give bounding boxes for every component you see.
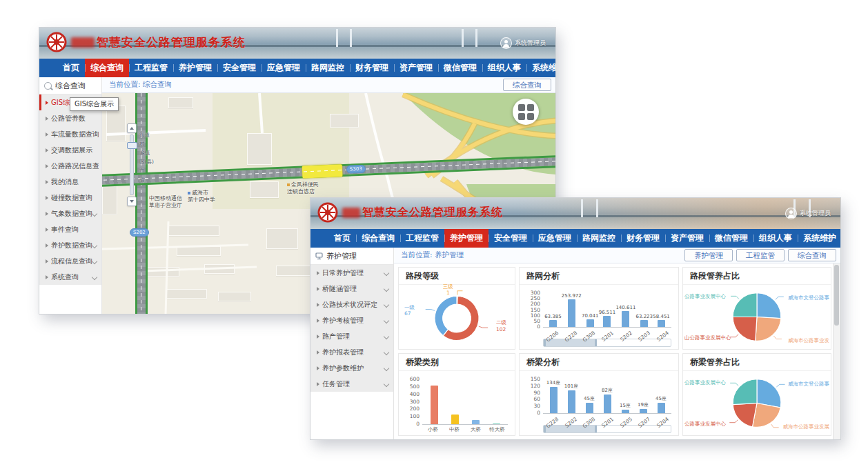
bar <box>549 320 557 327</box>
nav-item-工程监管[interactable]: 工程监管 <box>129 59 173 77</box>
sidebar-item-label: 公路路况信息查询 <box>51 161 99 171</box>
nav-item-应急管理[interactable]: 应急管理 <box>533 229 577 248</box>
bar <box>658 320 665 327</box>
plot-area: 0306090120150134座101座45座82座15座19座45座 <box>543 379 671 414</box>
pie-label-bottom-right: 威海市公路事业发 <box>788 337 829 343</box>
zoom-track[interactable] <box>130 134 134 195</box>
sidebar-item-养护参数维护[interactable]: 养护参数维护 <box>310 360 393 376</box>
y-tick-label: 120 <box>522 383 540 389</box>
pie-svg <box>399 285 515 349</box>
nav-item-养护管理[interactable]: 养护管理 <box>444 229 489 248</box>
y-tick-label: 50 <box>522 318 540 324</box>
user-name: 系统管理员 <box>515 39 546 48</box>
panel-road-grade: 路段等级 三级1二级102一级67 <box>398 267 515 350</box>
nav-item-应急管理[interactable]: 应急管理 <box>262 59 306 77</box>
sidebar-item-车流量数据查询[interactable]: 车流量数据查询 <box>39 126 101 142</box>
nav-item-首页[interactable]: 首页 <box>57 59 85 77</box>
x-tick-label: 大桥 <box>471 426 481 433</box>
dashboard: 路段等级 三级1二级102一级67 路网分析 05010015020025030… <box>394 263 840 439</box>
user-chip[interactable]: 系统管理员 <box>785 208 831 219</box>
panel-road-share: 路段管养占比 威海市文登公路事威海市公路事业发山公路事业发展中心公路事业发展中心 <box>682 267 831 350</box>
sidebar-item-事件查询[interactable]: 事件查询 <box>39 221 101 237</box>
item-arrow-icon <box>46 228 48 232</box>
y-tick-label: 500 <box>402 383 420 390</box>
user-chip[interactable]: 系统管理员 <box>500 37 546 49</box>
sidebar-item-养护数据查询[interactable]: 养护数据查询 <box>39 237 101 253</box>
sidebar-item-公路技术状况评定[interactable]: 公路技术状况评定 <box>310 297 393 312</box>
sidebar-item-公路管养数[interactable]: 公路管养数 <box>39 110 101 126</box>
nav-item-组织人事[interactable]: 组织人事 <box>753 229 798 248</box>
quick-button-工程监管[interactable]: 工程监管 <box>736 249 785 261</box>
zoom-level-label: 区(县) <box>139 159 154 166</box>
sidebar-item-公路路况信息查询[interactable]: 公路路况信息查询 <box>39 158 101 174</box>
zoom-level-label: 市 <box>139 168 145 174</box>
sidebar-item-我的消息[interactable]: 我的消息 <box>39 174 101 190</box>
sidebar-item-养护报表管理[interactable]: 养护报表管理 <box>310 344 393 360</box>
sidebar-item-气象数据查询[interactable]: 气象数据查询 <box>39 206 101 221</box>
nav-item-系统维护[interactable]: 系统维护 <box>798 229 840 248</box>
quick-button-养护管理[interactable]: 养护管理 <box>684 249 733 261</box>
zoom-in-button[interactable] <box>127 123 137 133</box>
brand: 智慧安全公路管理服务系统 <box>46 32 246 52</box>
sidebar-item-桥隧涵管理[interactable]: 桥隧涵管理 <box>310 281 393 297</box>
bar <box>658 403 665 413</box>
map-layers-button[interactable] <box>513 99 539 125</box>
content-scrollbar[interactable] <box>833 263 840 439</box>
chevron-down-icon <box>384 301 389 307</box>
sidebar-item-label: 公路技术状况评定 <box>322 300 384 310</box>
bar <box>640 320 648 327</box>
map-highway-vertical <box>135 93 148 314</box>
bar-value-label: 140.611 <box>615 305 635 310</box>
y-tick-label: 150 <box>522 376 540 382</box>
item-arrow-icon <box>317 366 319 370</box>
nav-item-微信管理[interactable]: 微信管理 <box>709 229 753 248</box>
nav-item-资产管理[interactable]: 资产管理 <box>394 59 438 77</box>
sidebar-item-碰撞数据查询[interactable]: 碰撞数据查询 <box>39 190 101 206</box>
main-nav: 首页综合查询工程监管养护管理安全管理应急管理路网监控财务管理资产管理微信管理组织… <box>39 59 555 77</box>
sidebar-title: 养护管理 <box>326 251 357 261</box>
maintenance-icon <box>315 252 323 260</box>
nav-item-路网监控[interactable]: 路网监控 <box>306 59 350 77</box>
nav-item-养护管理[interactable]: 养护管理 <box>173 59 217 77</box>
quick-button-综合查询[interactable]: 综合查询 <box>503 79 551 91</box>
chevron-down-icon <box>384 349 389 355</box>
sidebar-list: GIS综合展示公路管养数车流量数据查询交调数据展示公路路况信息查询我的消息碰撞数… <box>39 94 101 285</box>
nav-item-安全管理[interactable]: 安全管理 <box>489 229 533 248</box>
nav-item-财务管理[interactable]: 财务管理 <box>621 229 665 248</box>
nav-item-首页[interactable]: 首页 <box>328 229 356 248</box>
map-selected-segment[interactable] <box>302 164 343 178</box>
sidebar-item-任务管理[interactable]: 任务管理 <box>310 376 393 392</box>
app-header: 智慧安全公路管理服务系统 系统管理员 <box>310 198 840 229</box>
sidebar-item-交调数据展示[interactable]: 交调数据展示 <box>39 142 101 158</box>
quick-button-综合查询[interactable]: 综合查询 <box>788 249 836 261</box>
donut-label-二级: 二级102 <box>496 319 506 332</box>
nav-item-微信管理[interactable]: 微信管理 <box>438 59 482 77</box>
zoom-out-button[interactable] <box>127 197 137 206</box>
bar-value-label: 15座 <box>620 402 631 409</box>
nav-item-综合查询[interactable]: 综合查询 <box>356 229 400 248</box>
nav-item-资产管理[interactable]: 资产管理 <box>665 229 709 248</box>
nav-item-系统维护[interactable]: 系统维护 <box>526 59 555 77</box>
bar-value-label: 45座 <box>655 395 667 402</box>
y-tick-label: 250 <box>522 295 540 301</box>
sidebar-item-流程信息查询[interactable]: 流程信息查询 <box>39 253 101 269</box>
nav-item-综合查询[interactable]: 综合查询 <box>85 59 129 77</box>
nav-item-安全管理[interactable]: 安全管理 <box>217 59 262 77</box>
map-place-label: 威海市第十四中学 <box>188 190 215 203</box>
sidebar-item-日常养护管理[interactable]: 日常养护管理 <box>310 265 393 281</box>
nav-item-财务管理[interactable]: 财务管理 <box>350 59 394 77</box>
scrollbar-thumb[interactable] <box>834 265 839 326</box>
app-title: 智慧安全公路管理服务系统 <box>97 34 246 50</box>
pie-slice-威海市文登公路事 <box>757 379 781 408</box>
chart-bridge-class: 0100200300400500600小桥中桥大桥特大桥 <box>399 371 515 435</box>
sidebar-item-系统查询[interactable]: 系统查询 <box>39 269 101 285</box>
sidebar-item-养护考核管理[interactable]: 养护考核管理 <box>310 312 393 328</box>
map-place-label: 中国移动通信草庙子营业厅 <box>149 195 182 208</box>
road-badge-S303: S303 <box>346 165 366 174</box>
y-tick-label: 90 <box>522 390 540 396</box>
nav-item-路网监控[interactable]: 路网监控 <box>577 229 621 248</box>
zoom-slider-handle[interactable] <box>127 142 137 149</box>
nav-item-工程监管[interactable]: 工程监管 <box>400 229 444 248</box>
nav-item-组织人事[interactable]: 组织人事 <box>482 59 526 77</box>
sidebar-item-路产管理[interactable]: 路产管理 <box>310 328 393 344</box>
